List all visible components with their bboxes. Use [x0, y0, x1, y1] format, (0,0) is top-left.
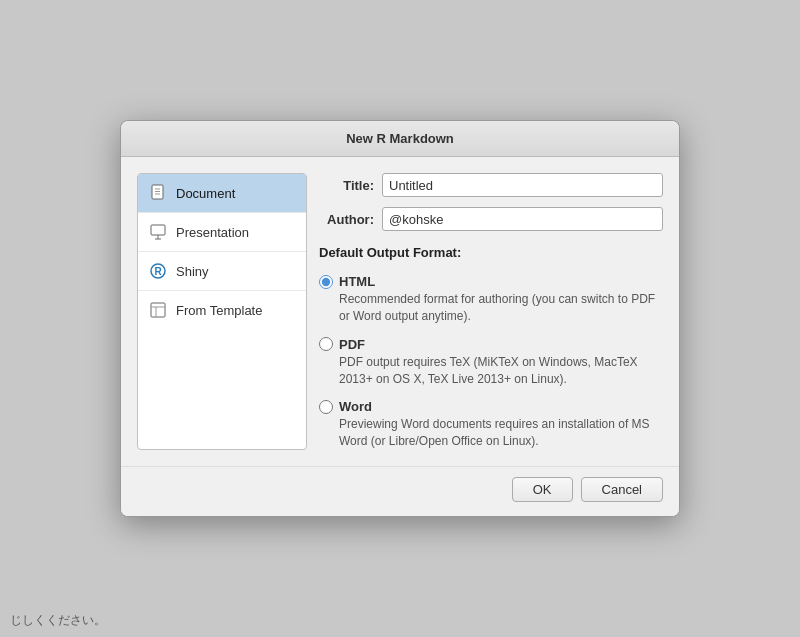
- pdf-option: PDF PDF output requires TeX (MiKTeX on W…: [319, 337, 663, 388]
- title-input[interactable]: [382, 173, 663, 197]
- section-title: Default Output Format:: [319, 245, 663, 260]
- dialog-title: New R Markdown: [346, 131, 454, 146]
- svg-rect-4: [151, 225, 165, 235]
- sidebar-item-from-template-label: From Template: [176, 303, 262, 318]
- document-icon: [148, 183, 168, 203]
- sidebar: Document Presentation: [137, 173, 307, 450]
- sidebar-item-shiny-label: Shiny: [176, 264, 209, 279]
- author-input[interactable]: [382, 207, 663, 231]
- sidebar-item-presentation-label: Presentation: [176, 225, 249, 240]
- word-radio[interactable]: [319, 400, 333, 414]
- html-option: HTML Recommended format for authoring (y…: [319, 274, 663, 325]
- format-radio-group: HTML Recommended format for authoring (y…: [319, 274, 663, 450]
- dialog-body: Document Presentation: [121, 157, 679, 466]
- svg-text:R: R: [154, 266, 162, 277]
- sidebar-item-document-label: Document: [176, 186, 235, 201]
- pdf-label-row: PDF: [319, 337, 663, 352]
- svg-rect-9: [151, 303, 165, 317]
- pdf-radio[interactable]: [319, 337, 333, 351]
- sidebar-item-presentation[interactable]: Presentation: [138, 213, 306, 252]
- template-icon: [148, 300, 168, 320]
- html-label-row: HTML: [319, 274, 663, 289]
- sidebar-item-document[interactable]: Document: [138, 174, 306, 213]
- html-radio[interactable]: [319, 275, 333, 289]
- word-option: Word Previewing Word documents requires …: [319, 399, 663, 450]
- title-label: Title:: [319, 178, 374, 193]
- cancel-button[interactable]: Cancel: [581, 477, 663, 502]
- ok-button[interactable]: OK: [512, 477, 573, 502]
- dialog-titlebar: New R Markdown: [121, 121, 679, 157]
- author-label: Author:: [319, 212, 374, 227]
- word-label[interactable]: Word: [339, 399, 372, 414]
- bottom-text: じしくください。: [10, 612, 106, 629]
- dialog-overlay: New R Markdown Document: [0, 0, 800, 637]
- main-content: Title: Author: Default Output Format: HT…: [319, 173, 663, 450]
- sidebar-item-shiny[interactable]: R Shiny: [138, 252, 306, 291]
- pdf-desc: PDF output requires TeX (MiKTeX on Windo…: [339, 354, 663, 388]
- word-label-row: Word: [319, 399, 663, 414]
- title-field-row: Title:: [319, 173, 663, 197]
- shiny-icon: R: [148, 261, 168, 281]
- html-desc: Recommended format for authoring (you ca…: [339, 291, 663, 325]
- pdf-label[interactable]: PDF: [339, 337, 365, 352]
- sidebar-item-from-template[interactable]: From Template: [138, 291, 306, 329]
- dialog: New R Markdown Document: [120, 120, 680, 517]
- html-label[interactable]: HTML: [339, 274, 375, 289]
- word-desc: Previewing Word documents requires an in…: [339, 416, 663, 450]
- dialog-footer: OK Cancel: [121, 466, 679, 516]
- presentation-icon: [148, 222, 168, 242]
- author-field-row: Author:: [319, 207, 663, 231]
